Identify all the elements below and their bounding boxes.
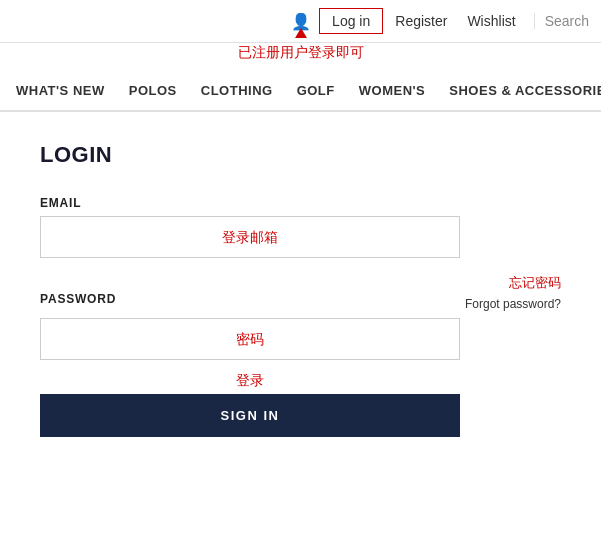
email-input[interactable] — [40, 216, 460, 258]
password-label: PASSWORD — [40, 292, 116, 306]
signin-button[interactable]: SIGN IN — [40, 394, 460, 437]
main-nav: WHAT'S NEW POLOS CLOTHING GOLF WOMEN'S S… — [0, 71, 601, 111]
search-label: Search — [545, 13, 589, 29]
nav-item-shoes[interactable]: SHOES & ACCESSORIES — [449, 83, 601, 98]
password-field-group: PASSWORD 忘记密码 Forgot password? — [40, 274, 561, 360]
forgot-annotation: 忘记密码 — [465, 274, 561, 292]
password-top-row: PASSWORD 忘记密码 Forgot password? — [40, 274, 561, 312]
nav-item-polos[interactable]: POLOS — [129, 83, 177, 98]
signin-annotation: 登录 — [40, 372, 460, 390]
register-link[interactable]: Register — [387, 9, 455, 33]
email-field-group: EMAIL — [40, 196, 561, 258]
login-button[interactable]: Log in — [319, 8, 383, 34]
nav-item-whats-new[interactable]: WHAT'S NEW — [16, 83, 105, 98]
email-label: EMAIL — [40, 196, 561, 210]
password-input[interactable] — [40, 318, 460, 360]
nav-item-golf[interactable]: GOLF — [297, 83, 335, 98]
login-content: LOGIN EMAIL PASSWORD 忘记密码 Forgot passwor… — [0, 112, 601, 467]
top-nav: 👤 Log in Register Wishlist Search 已注册用户登… — [0, 0, 601, 43]
login-title: LOGIN — [40, 142, 561, 168]
search-area[interactable]: Search — [534, 13, 589, 29]
login-annotation: 已注册用户登录即可 — [238, 44, 364, 62]
signin-container: 登录 SIGN IN — [40, 372, 460, 437]
nav-item-womens[interactable]: WOMEN'S — [359, 83, 426, 98]
top-nav-links: 👤 Log in Register Wishlist Search — [291, 8, 589, 34]
forgot-password-link[interactable]: Forgot password? — [465, 297, 561, 311]
forgot-section: 忘记密码 Forgot password? — [465, 274, 561, 312]
nav-item-clothing[interactable]: CLOTHING — [201, 83, 273, 98]
wishlist-link[interactable]: Wishlist — [459, 9, 523, 33]
